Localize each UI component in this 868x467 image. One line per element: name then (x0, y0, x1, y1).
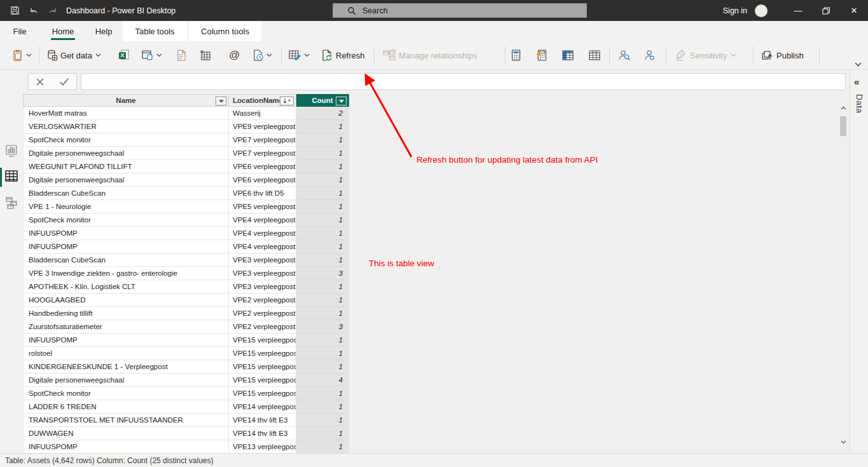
cell-name[interactable]: INFUUSPOMP (23, 240, 229, 254)
cell-name[interactable]: INFUUSPOMP (23, 227, 229, 240)
table-row[interactable]: TRANSPORTSTOEL MET INFUUSSTAANDERVPE14 t… (23, 414, 349, 427)
cell-locationname[interactable]: VPE6 verpleegpost (229, 160, 296, 173)
cell-count[interactable]: 1 (296, 347, 349, 360)
recent-sources-button[interactable] (253, 50, 272, 61)
cell-name[interactable]: APOTHEEK - Klin. Logistiek CLT (23, 280, 229, 294)
quick-measure-button[interactable] (536, 50, 546, 61)
cell-locationname[interactable]: VPE2 verpleegpost (229, 307, 296, 320)
table-row[interactable]: INFUUSPOMPVPE15 verpleegpost1 (23, 334, 349, 347)
scrollbar-thumb[interactable] (840, 116, 846, 136)
cell-count[interactable]: 4 (296, 374, 349, 387)
new-column-button[interactable] (562, 50, 574, 61)
column-header-locationname[interactable]: LocationName (229, 94, 296, 107)
cell-count[interactable]: 1 (296, 254, 349, 267)
sensitivity-button[interactable]: Sensitivity (675, 50, 736, 61)
table-row[interactable]: SpotCheck monitorVPE15 verpleegpost1 (23, 387, 349, 400)
table-row[interactable]: DUWWAGENVPE14 thv lift E31 (23, 427, 349, 440)
column-header-count[interactable]: Count (296, 94, 349, 107)
cell-count[interactable]: 1 (296, 387, 349, 400)
table-row[interactable]: INFUUSPOMPVPE4 verpleegpost1 (23, 240, 349, 254)
collapse-ribbon-button[interactable] (855, 58, 862, 69)
avatar[interactable] (755, 4, 768, 17)
cell-name[interactable]: SpotCheck monitor (23, 387, 229, 400)
count-filter-dropdown-icon[interactable] (336, 97, 347, 105)
table-row[interactable]: rolstoelVPE15 verpleegpost1 (23, 347, 349, 360)
data-hub-button[interactable] (142, 50, 162, 61)
undo-icon[interactable] (24, 0, 43, 21)
table-row[interactable]: LADDER 6 TREDENVPE14 verpleegpost1 (23, 400, 349, 414)
cell-name[interactable]: VPE 1 - Neurologie (23, 200, 229, 213)
table-row[interactable]: Bladderscan CubeScanVPE3 verpleegpost1 (23, 254, 349, 267)
dataverse-button[interactable]: @ (229, 49, 240, 62)
cell-name[interactable]: rolstoel (23, 347, 229, 360)
table-row[interactable]: KINDERGENEESKUNDE 1 - VerpleegpostVPE15 … (23, 360, 349, 374)
cell-count[interactable]: 1 (296, 200, 349, 213)
report-view-button[interactable] (0, 141, 23, 160)
tab-column-tools[interactable]: Column tools (189, 21, 261, 41)
vertical-scrollbar[interactable] (839, 104, 848, 453)
cell-name[interactable]: INFUUSPOMP (23, 334, 229, 347)
cell-count[interactable]: 1 (296, 213, 349, 227)
scroll-down-icon[interactable] (839, 440, 848, 448)
get-data-button[interactable]: Get data (47, 50, 101, 61)
cell-name[interactable]: HoverMatt matras (23, 107, 229, 120)
cell-count[interactable]: 1 (296, 400, 349, 414)
table-row[interactable]: VPE 1 - NeurologieVPE5 verpleegpost1 (23, 200, 349, 213)
save-icon[interactable] (5, 0, 24, 21)
cell-name[interactable]: DUWWAGEN (23, 427, 229, 440)
cell-locationname[interactable]: VPE15 verpleegpost (229, 374, 296, 387)
data-panel-title[interactable]: Data (855, 94, 864, 114)
transform-data-button[interactable] (289, 50, 310, 61)
cell-count[interactable]: 1 (296, 173, 349, 187)
cell-locationname[interactable]: VPE14 verpleegpost (229, 400, 296, 414)
paste-button[interactable] (13, 50, 32, 61)
cell-locationname[interactable]: VPE3 verpleegpost (229, 280, 296, 294)
table-row[interactable]: SpotCheck monitorVPE4 verpleegpost1 (23, 213, 349, 227)
table-row[interactable]: INFUUSPOMPVPE13 verpleegpost1 (23, 440, 349, 454)
cell-locationname[interactable]: VPE9 verpleegpost (229, 120, 296, 133)
cell-count[interactable]: 1 (296, 227, 349, 240)
cell-count[interactable]: 1 (296, 427, 349, 440)
cell-name[interactable]: KINDERGENEESKUNDE 1 - Verpleegpost (23, 360, 229, 374)
redo-icon[interactable] (43, 0, 62, 21)
cell-locationname[interactable]: VPE13 verpleegpost (229, 440, 296, 454)
table-row[interactable]: Bladderscan CubeScanVPE6 thv lift D51 (23, 187, 349, 200)
cell-count[interactable]: 1 (296, 187, 349, 200)
filter-dropdown-icon[interactable] (216, 97, 226, 105)
commit-icon[interactable] (59, 78, 69, 86)
publish-button[interactable]: Publish (762, 50, 804, 61)
table-row[interactable]: INFUUSPOMPVPE4 verpleegpost1 (23, 227, 349, 240)
cell-name[interactable]: INFUUSPOMP (23, 440, 229, 454)
table-row[interactable]: ZuurstofsaturatiemeterVPE2 verpleegpost3 (23, 320, 349, 334)
cell-name[interactable]: Zuurstofsaturatiemeter (23, 320, 229, 334)
cell-name[interactable]: VPE 3 Inwendige ziekten - gastro- entero… (23, 267, 229, 280)
close-button[interactable]: × (840, 0, 868, 21)
excel-workbook-button[interactable]: X (118, 50, 130, 61)
table-row[interactable]: HOOGLAAGBEDVPE2 verpleegpost1 (23, 294, 349, 307)
table-row[interactable]: SpotCheck monitorVPE7 verpleegpost1 (23, 133, 349, 147)
cell-name[interactable]: HOOGLAAGBED (23, 294, 229, 307)
cell-count[interactable]: 1 (296, 334, 349, 347)
cell-locationname[interactable]: VPE5 verpleegpost (229, 200, 296, 213)
formula-input[interactable] (81, 73, 846, 90)
tab-file[interactable]: File (6, 21, 33, 41)
cell-count[interactable]: 1 (296, 414, 349, 427)
cell-name[interactable]: Bladderscan CubeScan (23, 254, 229, 267)
cell-name[interactable]: Bladderscan CubeScan (23, 187, 229, 200)
model-view-button[interactable] (0, 193, 23, 212)
cell-count[interactable]: 1 (296, 147, 349, 160)
scroll-up-icon[interactable] (839, 106, 848, 114)
cell-locationname[interactable]: VPE14 thv lift E3 (229, 427, 296, 440)
cell-count[interactable]: 3 (296, 320, 349, 334)
sql-server-button[interactable] (176, 50, 186, 61)
cell-locationname[interactable]: VPE2 verpleegpost (229, 294, 296, 307)
expand-panel-icon[interactable]: « (854, 76, 859, 87)
table-row[interactable]: Handbediening tilliftVPE2 verpleegpost1 (23, 307, 349, 320)
tab-help[interactable]: Help (90, 21, 117, 41)
enter-data-button[interactable] (200, 50, 211, 61)
search-input[interactable] (362, 6, 572, 15)
cell-count[interactable]: 2 (296, 107, 349, 120)
cell-locationname[interactable]: VPE4 verpleegpost (229, 240, 296, 254)
cell-name[interactable]: LADDER 6 TREDEN (23, 400, 229, 414)
cell-name[interactable]: SpotCheck monitor (23, 133, 229, 147)
